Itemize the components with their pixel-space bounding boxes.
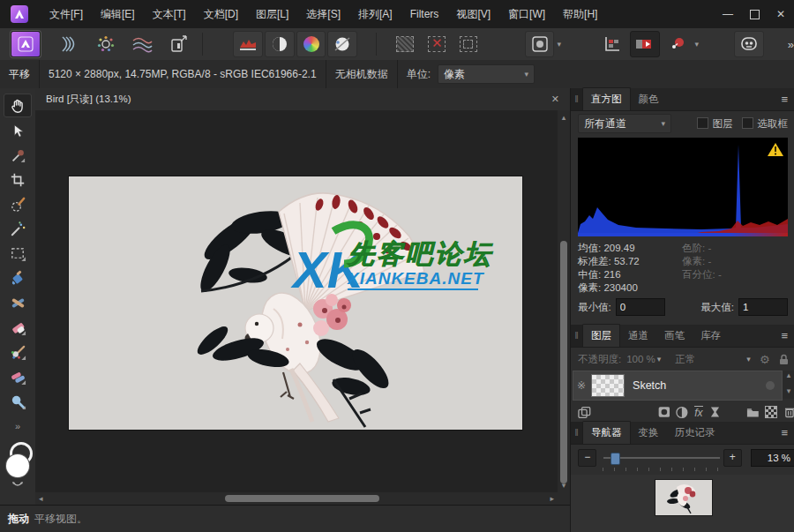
- select-all-button[interactable]: [391, 32, 419, 56]
- blend-mode-value[interactable]: 正常: [675, 353, 695, 366]
- canvas[interactable]: XK 先客吧论坛 XIANKEBA.NET: [69, 176, 522, 430]
- panel-menu-icon[interactable]: ≡: [781, 325, 788, 347]
- crop-tool[interactable]: [4, 168, 32, 191]
- auto-white-balance-button[interactable]: [327, 31, 357, 57]
- panel-grip-icon[interactable]: ‖: [571, 88, 582, 110]
- layer-thumbnail[interactable]: [591, 374, 625, 397]
- marquee-checkbox-box[interactable]: [742, 117, 753, 129]
- layer-checkbox-box[interactable]: [697, 117, 708, 129]
- tab-transform[interactable]: 变换: [631, 422, 667, 444]
- scroll-up-icon[interactable]: ▴: [558, 113, 570, 122]
- panel-menu-icon[interactable]: ≡: [781, 422, 788, 444]
- zoom-slider[interactable]: [603, 450, 715, 466]
- view-pan-tool[interactable]: [4, 94, 32, 117]
- view-mode-button[interactable]: [525, 31, 555, 57]
- layer-visibility-toggle[interactable]: [766, 381, 775, 390]
- menu-edit[interactable]: 编辑[E]: [92, 0, 144, 28]
- min-input[interactable]: [616, 298, 665, 316]
- layer-row-sketch[interactable]: ※ Sketch: [573, 371, 783, 401]
- opacity-chevron-icon[interactable]: ▾: [657, 355, 662, 363]
- live-filter-button[interactable]: [710, 406, 720, 418]
- add-pixel-layer-button[interactable]: [765, 406, 777, 418]
- layer-name[interactable]: Sketch: [633, 379, 666, 392]
- auto-levels-button[interactable]: [233, 31, 263, 57]
- layer-effects-button[interactable]: fx: [694, 406, 702, 419]
- gradient-tool[interactable]: [4, 291, 32, 315]
- zoom-in-button[interactable]: +: [723, 449, 742, 467]
- navigator-preview-area[interactable]: [571, 475, 794, 532]
- horizontal-scrollbar[interactable]: ◂ ▸: [35, 492, 558, 505]
- menu-window[interactable]: 窗口[W]: [499, 0, 554, 28]
- maximize-button[interactable]: [741, 0, 768, 28]
- gear-icon[interactable]: ⚙: [760, 353, 770, 366]
- menu-text[interactable]: 文本[T]: [144, 0, 195, 28]
- tab-histogram[interactable]: 直方图: [582, 87, 631, 110]
- menu-select[interactable]: 选择[S]: [297, 0, 349, 28]
- whole-pixel-move-button[interactable]: [630, 31, 660, 57]
- navigator-thumbnail[interactable]: [655, 480, 712, 515]
- tools-overflow-chevron[interactable]: »: [0, 421, 35, 431]
- deselect-button[interactable]: ✕: [423, 32, 451, 56]
- menu-filters[interactable]: Filters: [401, 0, 448, 28]
- zoom-out-button[interactable]: −: [578, 449, 596, 467]
- close-button[interactable]: ✕: [768, 0, 794, 28]
- fill-color-well[interactable]: [6, 454, 29, 477]
- swap-colors-icon[interactable]: [11, 481, 24, 489]
- tab-history[interactable]: 历史记录: [667, 422, 723, 444]
- tab-color[interactable]: 颜色: [631, 88, 667, 110]
- erase-brush-tool[interactable]: [4, 316, 32, 340]
- menu-help[interactable]: 帮助[H]: [554, 0, 606, 28]
- scroll-left-icon[interactable]: ◂: [39, 494, 43, 503]
- tone-mapping-persona-button[interactable]: [128, 32, 156, 56]
- edit-all-layers-button[interactable]: [578, 406, 591, 419]
- document-tab[interactable]: Bird [只读] (13.1%): [46, 93, 131, 106]
- zoom-value-input[interactable]: [751, 449, 794, 467]
- vertical-scroll-thumb[interactable]: [560, 241, 567, 483]
- menu-file[interactable]: 文件[F]: [41, 0, 92, 28]
- flood-select-tool[interactable]: [4, 217, 32, 241]
- zoom-slider-track[interactable]: [603, 457, 720, 459]
- tab-layers[interactable]: 图层: [582, 324, 620, 347]
- tab-close-icon[interactable]: ✕: [551, 94, 559, 105]
- layer-checkbox[interactable]: 图层: [697, 117, 733, 131]
- max-input[interactable]: [738, 298, 788, 316]
- channel-select[interactable]: 所有通道 ▾: [578, 114, 671, 133]
- menu-view[interactable]: 视图[V]: [447, 0, 499, 28]
- group-layers-button[interactable]: [746, 407, 760, 418]
- minimize-button[interactable]: —: [715, 0, 741, 28]
- opacity-value[interactable]: 100 %: [626, 354, 655, 364]
- dodge-brush-tool[interactable]: [4, 341, 32, 364]
- flood-fill-tool[interactable]: [4, 266, 32, 290]
- scroll-down-icon[interactable]: ▾: [558, 481, 570, 490]
- photo-persona-button[interactable]: [11, 31, 41, 57]
- menu-arrange[interactable]: 排列[A]: [349, 0, 401, 28]
- blend-chevron-icon[interactable]: ▾: [746, 355, 751, 363]
- adjustment-layer-button[interactable]: [676, 406, 688, 419]
- menu-layer[interactable]: 图层[L]: [247, 0, 297, 28]
- marquee-checkbox[interactable]: 选取框: [742, 117, 789, 131]
- panel-grip-icon[interactable]: ‖: [571, 325, 582, 347]
- auto-colors-button[interactable]: [296, 31, 326, 57]
- marquee-select-tool[interactable]: [4, 242, 32, 266]
- layers-scroll-up-icon[interactable]: ▴: [783, 371, 794, 379]
- view-mode-chevron-icon[interactable]: ▾: [557, 40, 561, 49]
- pixel-alignment-button[interactable]: [598, 32, 626, 56]
- burn-brush-tool[interactable]: [4, 365, 32, 389]
- liquify-persona-button[interactable]: [53, 32, 81, 56]
- lock-icon[interactable]: [779, 354, 789, 365]
- invert-selection-button[interactable]: [454, 32, 483, 56]
- blur-brush-tool[interactable]: [4, 390, 32, 414]
- tab-channels[interactable]: 通道: [620, 325, 656, 347]
- tab-navigator[interactable]: 导航器: [582, 421, 631, 444]
- snapping-chevron-icon[interactable]: ▾: [694, 40, 699, 49]
- layers-scrollbar[interactable]: ▴ ▾: [783, 371, 794, 399]
- develop-persona-button[interactable]: [92, 32, 120, 56]
- delete-layer-button[interactable]: [784, 406, 794, 418]
- toolbar-overflow-chevron[interactable]: »: [788, 38, 794, 51]
- snapping-button[interactable]: [663, 32, 692, 56]
- color-selector[interactable]: [0, 442, 35, 495]
- layers-scroll-down-icon[interactable]: ▾: [783, 386, 794, 395]
- panel-menu-icon[interactable]: ≡: [781, 88, 788, 110]
- tab-brushes[interactable]: 画笔: [656, 325, 693, 347]
- color-picker-tool[interactable]: [4, 143, 32, 167]
